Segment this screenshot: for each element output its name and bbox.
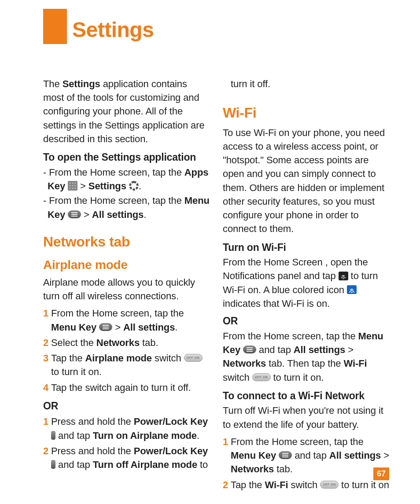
menu-key-icon [68,210,81,218]
airplane-continuation: turn it off. [223,77,389,91]
page-number: 67 [373,467,389,480]
toggle-switch-icon: OFF ON [252,373,271,381]
apps-key-icon [68,181,77,191]
wifi-off-icon [339,272,348,280]
turn-on-wifi-body: From the Home Screen , open the Notifica… [223,255,389,310]
turn-on-wifi-heading: Turn on Wi-Fi [223,240,389,255]
power-lock-key-icon [51,431,55,440]
toggle-switch-icon: OFF ON [184,354,203,362]
connect-step-2: 2 Tap the Wi-Fi switch OFF ON to turn it… [223,478,389,492]
networks-tab-heading: Networks tab [43,232,210,252]
page-title: Settings [72,18,154,42]
power-lock-key-icon [51,460,55,469]
open-settings-heading: To open the Settings application [43,150,210,165]
connect-step-1: 1 From the Home screen, tap the Menu Key… [223,435,389,476]
open-step-2: - From the Home screen, tap the Menu Key… [43,194,210,221]
airplane-step-1: 1 From the Home screen, tap the Menu Key… [43,306,210,334]
airplane-alt-step-2: 2 Press and hold the Power/Lock Key and … [43,444,210,471]
connect-intro: Turn off Wi-Fi when you're not using it … [223,404,389,431]
wifi-on-icon [347,285,357,294]
open-step-1: - From the Home screen, tap the Apps Key… [43,166,210,193]
left-column: The Settings application contains most o… [43,77,210,492]
connect-wifi-heading: To connect to a Wi-Fi Network [223,389,389,403]
menu-key-icon [99,323,112,331]
right-column: turn it off. Wi-Fi To use Wi-Fi on your … [223,77,389,492]
wifi-heading: Wi-Fi [223,103,389,123]
airplane-step-4: 4 Tap the switch again to turn it off. [43,381,210,394]
header-accent-tab [43,9,67,44]
menu-key-icon [243,346,256,353]
wifi-or-paragraph: From the Home screen, tap the Menu Key a… [223,329,389,384]
airplane-alt-step-1: 1 Press and hold the Power/Lock Key and … [43,415,210,442]
airplane-step-2: 2 Select the Networks tab. [43,336,210,349]
toggle-switch-icon: OFF ON [320,481,339,489]
or-label-2: OR [223,314,389,328]
menu-key-icon [279,451,292,459]
airplane-mode-heading: Airplane mode [43,256,210,274]
wifi-intro: To use Wi-Fi on your phone, you need acc… [223,126,389,236]
or-label-1: OR [43,399,210,413]
intro-paragraph: The Settings application contains most o… [43,77,210,146]
airplane-intro: Airplane mode allows you to quickly turn… [43,276,210,303]
settings-gear-icon [129,181,139,191]
airplane-step-3: 3 Tap the Airplane mode switch OFF ON to… [43,351,210,379]
